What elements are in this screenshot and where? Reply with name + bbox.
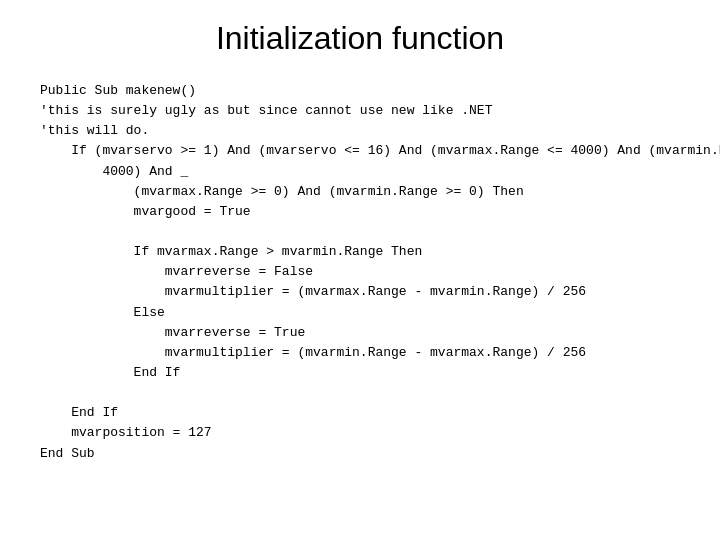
code-line-15: End If (40, 365, 180, 380)
code-line-10: mvarreverse = False (40, 264, 313, 279)
code-line-19: End Sub (40, 446, 95, 461)
code-line-13: mvarreverse = True (40, 325, 305, 340)
code-line-3: 'this will do. (40, 123, 149, 138)
code-line-5: 4000) And _ (40, 164, 188, 179)
code-line-4: If (mvarservo >= 1) And (mvarservo <= 16… (40, 143, 720, 158)
code-line-9: If mvarmax.Range > mvarmin.Range Then (40, 244, 422, 259)
code-line-18: mvarposition = 127 (40, 425, 212, 440)
code-line-14: mvarmultiplier = (mvarmin.Range - mvarma… (40, 345, 586, 360)
code-line-11: mvarmultiplier = (mvarmax.Range - mvarmi… (40, 284, 586, 299)
code-line-1: Public Sub makenew() (40, 83, 196, 98)
code-line-7: mvargood = True (40, 204, 251, 219)
code-line-17: End If (40, 405, 118, 420)
page-container: Initialization function Public Sub maken… (0, 0, 720, 540)
code-line-2: 'this is surely ugly as but since cannot… (40, 103, 492, 118)
code-block: Public Sub makenew() 'this is surely ugl… (40, 81, 680, 464)
code-line-6: (mvarmax.Range >= 0) And (mvarmin.Range … (40, 184, 524, 199)
code-line-12: Else (40, 305, 165, 320)
page-title: Initialization function (216, 20, 504, 57)
